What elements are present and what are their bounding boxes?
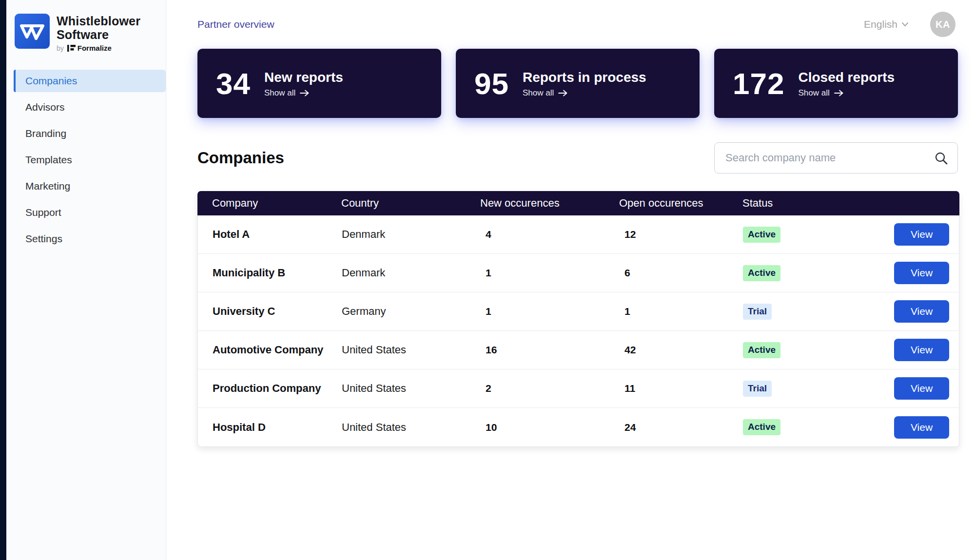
whistleblower-logo-icon <box>15 14 50 49</box>
page-title: Companies <box>197 149 284 167</box>
table-row: Municipality B Denmark 1 6 Active View <box>198 254 959 292</box>
stat-label: Reports in process <box>523 70 646 85</box>
new-occurences-count: 16 <box>481 344 620 356</box>
table-row: Hotel A Denmark 4 12 Active View <box>198 215 959 254</box>
sidebar-item-branding[interactable]: Branding <box>14 122 166 145</box>
company-country: United States <box>342 344 481 356</box>
new-occurences-count: 10 <box>481 422 620 433</box>
status-badge: Active <box>743 342 780 358</box>
open-occurences-count: 12 <box>620 229 743 240</box>
sidebar-item-advisors[interactable]: Advisors <box>14 96 166 118</box>
column-header-company: Company <box>197 197 341 210</box>
arrow-right-icon <box>558 90 568 97</box>
language-selector[interactable]: English <box>864 19 909 30</box>
new-occurences-count: 1 <box>481 267 620 279</box>
stat-value: 34 <box>216 66 251 101</box>
stat-label: Closed reports <box>798 70 895 85</box>
sidebar-item-templates[interactable]: Templates <box>14 149 166 171</box>
open-occurences-count: 24 <box>620 422 743 433</box>
brand-byline-prefix: by <box>57 44 64 52</box>
sidebar: Whistleblower Software by Formalize <box>6 0 166 560</box>
company-country: Denmark <box>342 267 481 279</box>
table-row: University C Germany 1 1 Trial View <box>198 292 959 331</box>
view-button[interactable]: View <box>894 262 949 284</box>
stat-card-closed-reports[interactable]: 172 Closed reports Show all <box>714 49 958 118</box>
stat-label: New reports <box>264 70 343 85</box>
view-button[interactable]: View <box>894 377 949 400</box>
column-header-new-occurences: New occurences <box>480 197 619 210</box>
app-window: Whistleblower Software by Formalize <box>0 0 975 560</box>
sidebar-item-marketing[interactable]: Marketing <box>14 175 166 197</box>
topbar: Partner overview English KA <box>197 0 959 49</box>
company-name: Production Company <box>198 382 342 395</box>
table-row: Automotive Company United States 16 42 A… <box>198 331 959 369</box>
open-occurences-count: 42 <box>620 344 743 356</box>
sidebar-nav: Companies Advisors Branding Templates Ma… <box>6 70 166 250</box>
language-label: English <box>864 19 897 30</box>
open-occurences-count: 1 <box>620 306 743 317</box>
arrow-right-icon <box>300 90 310 97</box>
table-row: Production Company United States 2 11 Tr… <box>198 369 959 408</box>
chevron-down-icon <box>901 22 909 27</box>
company-country: Denmark <box>342 228 481 241</box>
stat-card-new-reports[interactable]: 34 New reports Show all <box>197 49 441 118</box>
status-badge: Active <box>743 419 780 435</box>
show-all-link[interactable]: Show all <box>523 88 646 98</box>
formalize-icon <box>67 45 76 52</box>
stat-value: 95 <box>474 66 509 101</box>
companies-table: Company Country New occurences Open occu… <box>197 191 959 447</box>
stat-card-reports-in-process[interactable]: 95 Reports in process Show all <box>456 49 700 118</box>
search-input[interactable] <box>725 152 935 164</box>
search-icon[interactable] <box>935 152 948 165</box>
left-edge-strip <box>0 0 6 560</box>
company-country: Germany <box>342 305 481 318</box>
open-occurences-count: 6 <box>620 267 743 279</box>
column-header-open-occurences: Open occurences <box>619 197 742 210</box>
new-occurences-count: 2 <box>481 383 620 394</box>
view-button[interactable]: View <box>894 416 949 439</box>
stat-value: 172 <box>733 66 784 101</box>
company-name: Automotive Company <box>198 344 342 356</box>
breadcrumb[interactable]: Partner overview <box>197 19 274 30</box>
main-content: Partner overview English KA 34 New repor… <box>166 0 975 560</box>
company-name: Hotel A <box>198 228 342 241</box>
column-header-status: Status <box>742 197 859 210</box>
brand-logo: Whistleblower Software by Formalize <box>6 0 166 69</box>
view-button[interactable]: View <box>894 300 949 323</box>
show-all-link[interactable]: Show all <box>798 88 895 98</box>
status-badge: Active <box>743 265 780 281</box>
view-button[interactable]: View <box>894 223 949 246</box>
new-occurences-count: 4 <box>481 229 620 240</box>
table-header: Company Country New occurences Open occu… <box>197 191 959 215</box>
table-row: Hospital D United States 10 24 Active Vi… <box>198 408 959 446</box>
arrow-right-icon <box>834 90 844 97</box>
stat-cards: 34 New reports Show all 95 Reports in pr… <box>197 49 958 118</box>
column-header-country: Country <box>341 197 480 210</box>
company-search <box>714 142 958 174</box>
companies-section-header: Companies <box>197 142 958 174</box>
status-badge: Trial <box>743 381 772 397</box>
formalize-wordmark: Formalize <box>67 44 112 52</box>
status-badge: Active <box>743 227 780 243</box>
company-name: Municipality B <box>198 267 342 279</box>
company-name: University C <box>198 305 342 318</box>
open-occurences-count: 11 <box>620 383 743 394</box>
company-country: United States <box>342 382 481 395</box>
company-name: Hospital D <box>198 421 342 434</box>
new-occurences-count: 1 <box>481 306 620 317</box>
show-all-link[interactable]: Show all <box>264 88 343 98</box>
sidebar-item-support[interactable]: Support <box>14 201 166 224</box>
company-country: United States <box>342 421 481 434</box>
sidebar-item-settings[interactable]: Settings <box>14 228 166 250</box>
brand-name: Whistleblower Software <box>57 15 140 41</box>
view-button[interactable]: View <box>894 339 949 361</box>
status-badge: Trial <box>743 304 772 320</box>
avatar[interactable]: KA <box>930 12 956 37</box>
sidebar-item-companies[interactable]: Companies <box>14 70 166 92</box>
